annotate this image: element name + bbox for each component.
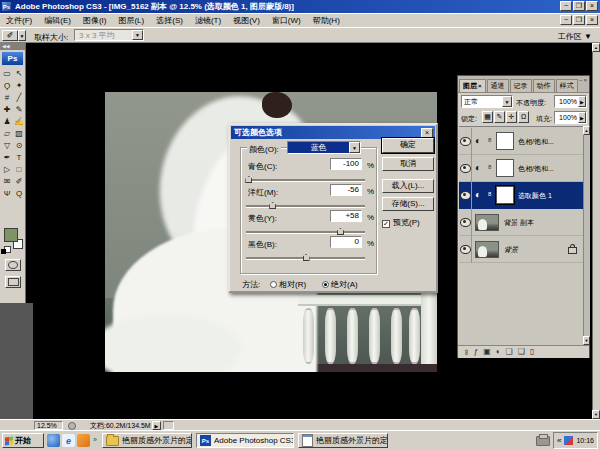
scroll-up-icon[interactable]: ▲ <box>583 126 590 135</box>
doc-minimize-button[interactable]: − <box>560 15 572 25</box>
app-close-button[interactable]: × <box>586 1 598 11</box>
quicklaunch-app-icon[interactable] <box>77 434 90 447</box>
quicklaunch-chevron-icon[interactable]: » <box>93 436 97 443</box>
layer-mask-thumbnail[interactable] <box>496 159 514 177</box>
doc-close-button[interactable]: × <box>586 15 598 25</box>
scroll-down-icon[interactable]: ▼ <box>583 336 590 345</box>
layer-name[interactable]: 色相/饱和... <box>518 137 554 147</box>
visibility-toggle[interactable] <box>459 209 472 236</box>
magenta-slider[interactable] <box>246 202 365 209</box>
tool-brush[interactable]: ✎ <box>13 103 25 115</box>
tab-styles[interactable]: 样式 <box>556 79 578 92</box>
visibility-toggle[interactable] <box>459 155 472 182</box>
lock-transparency-icon[interactable]: ▦ <box>482 111 493 123</box>
tool-crop[interactable]: # <box>1 91 13 103</box>
black-slider[interactable] <box>246 254 365 261</box>
palette-collapse-handle[interactable]: ◀◀ <box>0 43 25 50</box>
magenta-value-field[interactable]: -56 <box>330 184 362 196</box>
layer-mask-thumbnail[interactable] <box>496 132 514 150</box>
slider-thumb[interactable] <box>337 228 344 235</box>
foreground-color-swatch[interactable] <box>4 228 18 242</box>
cyan-slider[interactable] <box>246 176 365 183</box>
menu-layer[interactable]: 图层(L) <box>112 15 150 26</box>
layer-row[interactable]: ◐ 8 色相/饱和... <box>459 128 583 155</box>
new-group-icon[interactable]: ❑ <box>506 347 513 357</box>
chevron-right-icon[interactable]: ▶ <box>578 96 586 107</box>
tab-history[interactable]: 记录 <box>510 79 532 92</box>
color-dropdown[interactable]: 蓝色 ▼ <box>287 141 361 154</box>
slider-thumb[interactable] <box>245 176 252 183</box>
lock-pixels-icon[interactable]: ✎ <box>494 111 505 123</box>
layer-row[interactable]: 背景 副本 <box>459 209 583 236</box>
link-layers-icon[interactable]: ∞ <box>461 349 471 355</box>
menu-edit[interactable]: 编辑(E) <box>38 15 77 26</box>
yellow-slider[interactable] <box>246 228 365 235</box>
layers-scrollbar[interactable] <box>583 126 590 345</box>
tool-move[interactable]: ↖ <box>13 67 25 79</box>
printer-icon[interactable] <box>536 436 550 446</box>
layer-mask-thumbnail[interactable] <box>496 186 514 204</box>
tool-type[interactable]: T <box>13 151 25 163</box>
menu-file[interactable]: 文件(F) <box>0 15 38 26</box>
quicklaunch-ie-icon[interactable]: e <box>62 434 75 447</box>
document-vertical-scrollbar[interactable] <box>592 43 600 419</box>
doc-restore-button[interactable]: ❐ <box>573 15 585 25</box>
menu-image[interactable]: 图像(I) <box>77 15 113 26</box>
cyan-value-field[interactable]: -100 <box>330 158 362 170</box>
default-colors-icon[interactable] <box>1 246 10 255</box>
slider-thumb[interactable] <box>269 202 276 209</box>
tab-actions[interactable]: 动作 <box>533 79 555 92</box>
load-button[interactable]: 载入(L)... <box>382 179 434 193</box>
tool-preset-picker[interactable]: ✐ ▼ <box>2 30 28 41</box>
tool-blur[interactable]: ▽ <box>1 139 13 151</box>
quicklaunch-browser-icon[interactable] <box>47 434 60 447</box>
lock-position-icon[interactable]: ✛ <box>506 111 517 123</box>
layer-name[interactable]: 选取颜色 1 <box>518 191 552 201</box>
chevron-down-icon[interactable]: ▼ <box>349 142 360 153</box>
method-absolute-radio[interactable]: 绝对(A) <box>322 279 358 290</box>
opacity-field[interactable]: 100% ▶ <box>554 95 587 108</box>
tool-dodge[interactable]: ⊙ <box>13 139 25 151</box>
layer-name[interactable]: 色相/饱和... <box>518 164 554 174</box>
app-restore-button[interactable]: ❐ <box>573 1 585 11</box>
start-button[interactable]: 开始 <box>2 433 44 448</box>
tool-quick-selection[interactable]: ✦ <box>13 79 25 91</box>
tool-hand[interactable]: Ψ <box>1 187 13 199</box>
ok-button[interactable]: 确定 <box>382 138 434 153</box>
tool-eraser[interactable]: ▱ <box>1 127 13 139</box>
tool-clone-stamp[interactable]: ♟ <box>1 115 13 127</box>
lock-all-icon[interactable]: Ω <box>518 111 529 123</box>
adjustment-layer-icon[interactable]: ◐ <box>496 347 501 357</box>
tool-path-select[interactable]: ▷ <box>1 163 13 175</box>
sample-size-dropdown[interactable]: 3 x 3 平均 ▼ <box>74 29 144 41</box>
cancel-button[interactable]: 取消 <box>382 157 434 171</box>
taskbar-task-photoshop[interactable]: Ps Adobe Photoshop CS3... <box>196 433 294 448</box>
save-button[interactable]: 存储(S)... <box>382 197 434 211</box>
tab-close-icon[interactable]: × <box>478 83 482 89</box>
tool-gradient[interactable]: ▧ <box>13 127 25 139</box>
method-relative-radio[interactable]: 相对(R) <box>270 279 306 290</box>
scroll-up-icon[interactable]: ▲ <box>592 43 600 52</box>
layer-name[interactable]: 背景 <box>504 245 518 255</box>
visibility-toggle[interactable] <box>459 182 472 209</box>
layer-name[interactable]: 背景 副本 <box>504 218 534 228</box>
tool-pen[interactable]: ✒ <box>1 151 13 163</box>
layer-row-selected[interactable]: ◐ 8 选取颜色 1 <box>459 182 583 209</box>
tool-eyedropper[interactable]: ✐ <box>13 175 25 187</box>
tool-shape[interactable]: □ <box>13 163 25 175</box>
menu-window[interactable]: 窗口(W) <box>266 15 307 26</box>
tool-rectangular-marquee[interactable]: ▭ <box>1 67 13 79</box>
tool-zoom[interactable]: Q <box>13 187 25 199</box>
panel-menu-icon[interactable]: −× <box>579 77 588 83</box>
layer-row[interactable]: 背景 <box>459 236 583 263</box>
tool-healing-brush[interactable]: ✚ <box>1 103 13 115</box>
yellow-value-field[interactable]: +58 <box>330 210 362 222</box>
taskbar-task-document[interactable]: 艳丽质感外景片的定... <box>298 433 388 448</box>
app-minimize-button[interactable]: − <box>560 1 572 11</box>
layer-row[interactable]: ◐ 8 色相/饱和... <box>459 155 583 182</box>
black-value-field[interactable]: 0 <box>330 236 362 248</box>
tool-notes[interactable]: ✉ <box>1 175 13 187</box>
scroll-down-icon[interactable]: ▼ <box>592 410 600 419</box>
zoom-level-field[interactable]: 12.5% <box>34 421 63 430</box>
menu-view[interactable]: 视图(V) <box>227 15 266 26</box>
